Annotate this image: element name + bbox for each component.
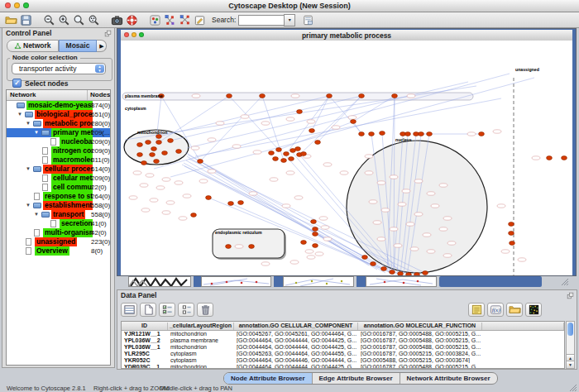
network-node[interactable] (276, 148, 282, 152)
scrollbar-thumb[interactable] (567, 323, 573, 336)
attribute-browser-icon[interactable] (300, 13, 315, 26)
background-window-fragment[interactable] (128, 276, 191, 287)
network-2-icon[interactable] (177, 13, 192, 26)
network-node[interactable] (273, 157, 279, 161)
network-node[interactable] (562, 156, 567, 160)
tree-row[interactable]: ▼cellular process614(0) (7, 165, 110, 174)
tree-row[interactable]: nucleobase-209(0) (7, 137, 110, 146)
background-window-fragment[interactable] (439, 276, 542, 287)
network-node[interactable] (351, 120, 356, 124)
checklist-icon[interactable] (159, 303, 175, 317)
network-node[interactable] (289, 157, 294, 161)
save-icon[interactable] (18, 13, 33, 26)
float-panel-icon[interactable] (104, 30, 112, 37)
tree-row[interactable]: macromolecule311(0) (7, 155, 110, 165)
network-node[interactable] (249, 245, 255, 249)
select-nodes-checkbox[interactable]: ✓ (12, 79, 22, 88)
matrix-icon[interactable] (525, 303, 542, 317)
tree-row[interactable]: cell communicat22(0) (7, 183, 110, 192)
table-column-header[interactable] (482, 323, 564, 330)
tree-row[interactable]: ▼primary metabo209(... (7, 128, 110, 137)
network-node[interactable] (405, 132, 411, 136)
zoom-in-icon[interactable] (56, 13, 71, 26)
network-node[interactable] (327, 94, 333, 98)
background-window-fragment[interactable] (283, 276, 354, 287)
network-node[interactable] (311, 220, 317, 224)
table-column-header[interactable]: _cellularLayoutRegion (168, 323, 234, 330)
background-window-fragment[interactable] (274, 276, 283, 287)
network-node[interactable] (509, 222, 514, 227)
tree-row[interactable]: ▼biological_process651(0) (7, 110, 110, 119)
network-node[interactable] (369, 132, 375, 136)
tab-mosaic[interactable]: Mosaic (59, 40, 98, 52)
network-node[interactable] (315, 141, 321, 145)
tree-row[interactable]: nitrogen compo209(0) (7, 146, 110, 155)
table-column-header[interactable]: annotation.GO CELLULAR_COMPONENT (234, 323, 358, 330)
tree-row[interactable]: ▼metabolic process280(0) (7, 119, 110, 128)
network-node[interactable] (141, 161, 147, 165)
network-node[interactable] (162, 151, 168, 155)
network-window-titlebar[interactable]: primary metabolic process (121, 30, 572, 41)
network-node[interactable] (260, 94, 266, 98)
node-palette-icon[interactable] (147, 13, 162, 26)
network-tree-pane[interactable]: Network Nodes mosaic-demo-yeast874(0)▼bi… (6, 89, 111, 366)
tree-row[interactable]: multi-organism pro42(0) (7, 228, 110, 237)
network-node[interactable] (371, 262, 376, 266)
table-scrollbar[interactable]: ▲ ▼ (566, 321, 575, 369)
life-ring-icon[interactable] (124, 13, 139, 26)
node-color-dropdown[interactable]: transporter activity ▲▼ (12, 63, 106, 74)
network-node[interactable] (191, 213, 197, 218)
scroll-down-button[interactable]: ▼ (567, 361, 574, 368)
resize-grip-icon[interactable] (569, 384, 577, 392)
network-node[interactable] (398, 272, 404, 275)
disclosure-triangle-icon[interactable]: ▼ (26, 166, 31, 172)
new-doc-icon[interactable] (140, 303, 156, 317)
network-node[interactable] (281, 159, 287, 163)
network-node[interactable] (479, 132, 485, 136)
network-node[interactable] (419, 132, 424, 136)
tree-row[interactable]: response to stimulu264(0) (7, 192, 110, 201)
table-row[interactable]: YPL036W__2plasma membrane[GO:0044464, GO… (122, 337, 564, 344)
tree-row[interactable]: Overview8(0) (7, 246, 110, 256)
tab-network[interactable]: Network (7, 40, 59, 52)
table-row[interactable]: YKR052Ccytoplasm[GO:0044464, GO:0044446,… (122, 357, 564, 364)
magnifier-icon[interactable] (71, 13, 86, 26)
background-window-fragment[interactable] (201, 276, 271, 287)
network-node[interactable] (228, 202, 234, 206)
network-node[interactable] (227, 94, 232, 98)
table-column-header[interactable]: ID (122, 323, 168, 330)
network-node[interactable] (423, 271, 428, 275)
network-node[interactable] (427, 132, 433, 136)
network-node[interactable] (414, 273, 420, 275)
network-node[interactable] (137, 143, 143, 147)
network-node[interactable] (151, 147, 157, 151)
network-node[interactable] (380, 131, 385, 136)
network-node[interactable] (176, 150, 182, 154)
tree-row[interactable]: ▼establishment of lo558(0) (7, 201, 110, 210)
network-node[interactable] (269, 151, 275, 155)
table-row[interactable]: YJR121W__1mitochondrion[GO:0045267, GO:0… (122, 331, 564, 337)
network-node[interactable] (146, 141, 151, 145)
network-node[interactable] (156, 135, 162, 139)
network-canvas[interactable]: plasma membranecytoplasmmitochondrionnuc… (121, 41, 572, 275)
attribute-table[interactable]: ID_cellularLayoutRegionannotation.GO CEL… (121, 321, 565, 369)
fx-icon[interactable]: f(x) (487, 303, 504, 317)
network-node[interactable] (390, 270, 395, 275)
network-node[interactable] (295, 147, 301, 151)
tree-row[interactable]: unassigned223(0) (7, 237, 110, 246)
tree-row[interactable]: mosaic-demo-yeast874(0) (7, 101, 110, 110)
trash-icon[interactable] (197, 303, 213, 317)
open-folder-icon[interactable] (506, 303, 523, 317)
network-1-icon[interactable] (162, 13, 177, 26)
network-node[interactable] (284, 152, 290, 156)
notes-icon[interactable] (468, 303, 485, 317)
network-node[interactable] (297, 110, 303, 114)
network-node[interactable] (547, 156, 553, 160)
search-input[interactable] (238, 15, 284, 26)
tree-row[interactable]: ▼transport558(0) (7, 210, 110, 219)
notepad-icon[interactable] (192, 13, 207, 26)
network-node[interactable] (198, 160, 203, 164)
background-window-fragment[interactable] (366, 276, 437, 287)
table-row[interactable]: YLR295Ccytoplasm[GO:0045263, GO:0044464,… (122, 351, 564, 357)
network-node[interactable] (309, 129, 315, 133)
